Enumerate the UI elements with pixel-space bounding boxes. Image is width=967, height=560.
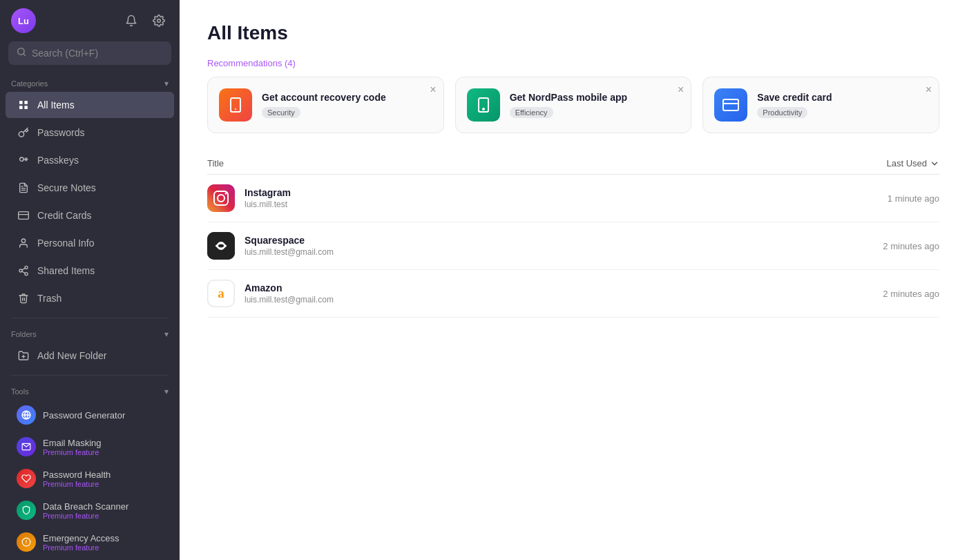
item-username: luis.mill.test@gmail.com (245, 295, 334, 305)
sidebar-item-secure-notes[interactable]: Secure Notes (6, 175, 174, 201)
tool-name: Email Masking (43, 438, 102, 448)
item-time: 2 minutes ago (883, 241, 939, 251)
avatar[interactable]: Lu (11, 8, 36, 33)
table-row[interactable]: Instagram luis.mill.test 1 minute ago (207, 175, 939, 222)
folder-plus-icon (17, 349, 30, 363)
tool-emergency-access[interactable]: Emergency Access Premium feature (6, 527, 174, 557)
tool-password-health[interactable]: Password Health Premium feature (6, 463, 174, 494)
svg-rect-36 (207, 232, 235, 260)
folders-label: Folders (11, 330, 37, 338)
svg-rect-30 (723, 99, 738, 110)
sidebar-item-shared-items[interactable]: Shared Items (6, 258, 174, 284)
svg-point-7 (20, 157, 23, 161)
sidebar-item-trash[interactable]: Trash (6, 285, 174, 311)
sidebar-item-credit-cards[interactable]: Credit Cards (6, 202, 174, 229)
tool-text: Email Masking Premium feature (43, 438, 102, 456)
sidebar-item-all-items[interactable]: All Items (6, 92, 174, 118)
folders-section-header: Folders ▾ (0, 324, 180, 342)
sidebar-item-label: Credit Cards (37, 210, 92, 221)
item-left: Squarespace luis.mill.test@gmail.com (207, 232, 334, 260)
tool-email-masking[interactable]: Email Masking Premium feature (6, 432, 174, 462)
table-row[interactable]: a Amazon luis.mill.test@gmail.com 2 minu… (207, 270, 939, 318)
rec-card-text: Get NordPass mobile app Efficiency (510, 92, 627, 118)
svg-rect-10 (19, 212, 29, 220)
data-breach-icon (17, 501, 36, 520)
sidebar-item-label: All Items (37, 99, 75, 110)
tool-data-breach[interactable]: Data Breach Scanner Premium feature (6, 495, 174, 525)
categories-chevron[interactable]: ▾ (164, 79, 169, 88)
card-icon (17, 209, 30, 222)
rec-card-recovery-code[interactable]: Get account recovery code Security × (207, 77, 444, 133)
passkey-icon (17, 153, 30, 167)
person-icon (17, 236, 30, 250)
svg-rect-32 (207, 184, 235, 212)
divider-2 (11, 375, 169, 376)
col-last-used-sort[interactable]: Last Used (886, 158, 939, 168)
col-title: Title (207, 158, 224, 168)
rec-card-badge: Security (262, 107, 300, 118)
item-name: Squarespace (245, 235, 334, 246)
item-username: luis.mill.test@gmail.com (245, 247, 334, 257)
rec-card-title: Get NordPass mobile app (510, 92, 627, 103)
tool-premium-label: Premium feature (43, 512, 128, 520)
sidebar-item-personal-info[interactable]: Personal Info (6, 230, 174, 256)
item-info: Amazon luis.mill.test@gmail.com (245, 282, 334, 305)
col-last-used-label: Last Used (886, 158, 927, 168)
add-folder-button[interactable]: Add New Folder (6, 342, 174, 369)
rec-card-close-button[interactable]: × (430, 84, 436, 95)
rec-card-icon-green (467, 88, 500, 122)
password-health-icon (17, 469, 36, 488)
item-left: Instagram luis.mill.test (207, 184, 291, 212)
email-masking-icon (17, 437, 36, 456)
sidebar: Lu Search (Ctrl+F) Categories ▾ All Item… (0, 0, 180, 560)
folders-chevron[interactable]: ▾ (164, 329, 169, 339)
item-info: Squarespace luis.mill.test@gmail.com (245, 235, 334, 257)
rec-card-icon-orange (219, 88, 252, 122)
sidebar-item-label: Secure Notes (37, 182, 96, 193)
sidebar-item-passwords[interactable]: Passwords (6, 119, 174, 146)
tools-chevron[interactable]: ▾ (164, 387, 169, 396)
search-icon (17, 47, 26, 59)
item-name: Instagram (245, 187, 291, 198)
item-time: 1 minute ago (888, 193, 939, 204)
item-info: Instagram luis.mill.test (245, 187, 291, 209)
note-icon (17, 181, 30, 195)
password-generator-icon (17, 405, 36, 425)
sidebar-item-label: Shared Items (37, 265, 95, 276)
add-folder-label: Add New Folder (37, 350, 106, 361)
sidebar-item-label: Trash (37, 293, 61, 304)
sidebar-item-label: Personal Info (37, 238, 95, 249)
svg-rect-3 (19, 101, 23, 104)
tool-name: Data Breach Scanner (43, 501, 128, 512)
svg-point-12 (21, 239, 25, 242)
search-placeholder: Search (Ctrl+F) (32, 48, 98, 59)
item-left: a Amazon luis.mill.test@gmail.com (207, 280, 334, 307)
svg-text:a: a (218, 286, 224, 300)
key-icon (17, 126, 30, 139)
settings-button[interactable] (149, 11, 169, 30)
grid-icon (17, 98, 30, 112)
notifications-button[interactable] (122, 11, 141, 30)
tool-text: Password Health Premium feature (43, 470, 111, 488)
page-title: All Items (207, 22, 939, 44)
rec-card-close-button[interactable]: × (678, 84, 684, 95)
trash-icon (17, 291, 30, 305)
sidebar-item-label: Passwords (37, 127, 84, 138)
rec-card-text: Get account recovery code Security (262, 92, 386, 118)
tool-password-generator[interactable]: Password Generator (6, 400, 174, 430)
search-bar[interactable]: Search (Ctrl+F) (8, 41, 171, 65)
rec-card-mobile-app[interactable]: Get NordPass mobile app Efficiency × (455, 77, 692, 133)
svg-line-16 (22, 271, 26, 273)
table-row[interactable]: Squarespace luis.mill.test@gmail.com 2 m… (207, 222, 939, 270)
main-content: All Items Recommendations (4) Get accoun… (180, 0, 967, 560)
svg-rect-6 (24, 106, 28, 109)
sidebar-item-passkeys[interactable]: Passkeys (6, 147, 174, 173)
svg-rect-4 (24, 101, 28, 104)
svg-rect-5 (19, 106, 23, 109)
rec-card-close-button[interactable]: × (926, 84, 932, 95)
recommendations-label: Recommendations (4) (207, 58, 939, 68)
divider-1 (11, 318, 169, 318)
rec-card-icon-blue (714, 88, 747, 122)
rec-card-save-credit-card[interactable]: Save credit card Productivity × (702, 77, 939, 133)
categories-section-header: Categories ▾ (0, 73, 180, 91)
